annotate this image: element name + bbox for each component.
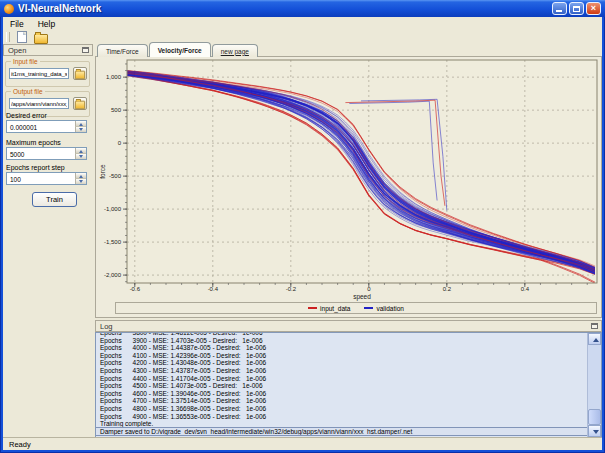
title-bar[interactable]: VI-NeuralNetwork × xyxy=(0,0,605,17)
maximum-epochs-label: Maximum epochs xyxy=(6,139,61,146)
epochs-report-step-spinner[interactable]: 100 xyxy=(6,172,87,185)
app-icon xyxy=(4,4,14,14)
svg-text:-0.4: -0.4 xyxy=(208,286,219,292)
svg-text:-0.6: -0.6 xyxy=(130,286,141,292)
toolbar xyxy=(3,30,602,44)
open-panel-title: Open xyxy=(8,46,26,55)
svg-text:500: 500 xyxy=(111,107,122,113)
epochs-report-step-label: Epochs report step xyxy=(6,164,65,171)
minimize-icon xyxy=(556,10,562,12)
svg-text:0.4: 0.4 xyxy=(521,286,530,292)
log-panel-header: Log xyxy=(95,320,602,332)
svg-text:-1,500: -1,500 xyxy=(104,239,122,245)
scroll-down-icon[interactable] xyxy=(588,425,601,437)
chart-plot: -0.6-0.4-0.200.20.41,0005000-500-1,000-1… xyxy=(96,55,601,301)
log-line[interactable]: Epochs 3900 - MSE: 1.4703e-005 - Desired… xyxy=(96,337,587,345)
log-panel-title: Log xyxy=(100,322,113,331)
input-file-field[interactable] xyxy=(9,68,69,79)
log-line[interactable]: Epochs 4300 - MSE: 1.43787e-005 - Desire… xyxy=(96,367,587,375)
tab-velocity-force[interactable]: Velocity/Force xyxy=(149,42,211,57)
svg-text:-0.2: -0.2 xyxy=(286,286,297,292)
close-button[interactable]: × xyxy=(586,2,601,15)
scroll-up-icon[interactable] xyxy=(588,333,601,345)
output-file-label: Output file xyxy=(11,88,45,95)
input-file-label: Input file xyxy=(11,58,40,65)
svg-text:-2,000: -2,000 xyxy=(104,272,122,278)
new-file-icon xyxy=(17,31,27,43)
maximum-epochs-value: 5000 xyxy=(10,151,24,158)
spin-down-icon[interactable] xyxy=(75,179,86,185)
log-list[interactable]: Epochs 3800 - MSE: 1.4812e-005 - Desired… xyxy=(95,332,602,438)
output-file-field[interactable] xyxy=(9,98,69,109)
app-window: VI-NeuralNetwork × File Help Open Input … xyxy=(0,0,605,453)
legend-label-input-data: input_data xyxy=(320,305,350,312)
maximize-icon xyxy=(573,6,580,12)
input-file-group: Input file xyxy=(5,61,90,87)
input-data-swatch xyxy=(308,307,317,309)
desired-error-spinner[interactable]: 0.000001 xyxy=(6,120,87,133)
log-line[interactable]: Epochs 4900 - MSE: 1.36553e-005 - Desire… xyxy=(96,413,587,421)
tab-new-page[interactable]: new page xyxy=(212,44,258,57)
log-line[interactable]: Epochs 4000 - MSE: 1.44387e-005 - Desire… xyxy=(96,344,587,352)
folder-icon xyxy=(75,71,85,80)
menu-file[interactable]: File xyxy=(3,18,31,30)
window-title: VI-NeuralNetwork xyxy=(18,3,101,14)
float-panel-icon[interactable] xyxy=(82,47,89,53)
spin-down-icon[interactable] xyxy=(75,127,86,133)
minimize-button[interactable] xyxy=(552,2,567,15)
y-axis-label: force xyxy=(99,164,106,179)
input-file-browse-button[interactable] xyxy=(73,67,87,80)
float-log-icon[interactable] xyxy=(591,323,598,329)
legend-label-validation: validation xyxy=(376,305,403,312)
log-line[interactable]: Epochs 4800 - MSE: 1.36698e-005 - Desire… xyxy=(96,405,587,413)
epochs-report-step-value: 100 xyxy=(10,176,21,183)
status-text: Ready xyxy=(9,440,31,449)
svg-text:-1,000: -1,000 xyxy=(104,206,122,212)
tab-bar: Time/Force Velocity/Force new page xyxy=(97,44,258,57)
chart-legend: input_data validation xyxy=(115,302,597,314)
desired-error-value: 0.000001 xyxy=(10,124,37,131)
menu-bar: File Help xyxy=(3,17,602,30)
log-line[interactable]: Damper saved to D:/vigrade_dev/svn_head/… xyxy=(96,428,587,436)
svg-text:1,000: 1,000 xyxy=(106,74,122,80)
scroll-thumb[interactable] xyxy=(588,409,601,425)
log-scrollbar[interactable] xyxy=(587,333,601,437)
validation-swatch xyxy=(364,307,373,309)
new-file-button[interactable] xyxy=(14,31,30,44)
menu-help[interactable]: Help xyxy=(31,18,62,30)
log-line[interactable]: Epochs 4200 - MSE: 1.43048e-005 - Desire… xyxy=(96,359,587,367)
open-panel-header: Open xyxy=(3,44,93,56)
desired-error-label: Desired error xyxy=(6,112,47,119)
spin-down-icon[interactable] xyxy=(75,154,86,160)
maximum-epochs-spinner[interactable]: 5000 xyxy=(6,147,87,160)
status-bar: Ready xyxy=(3,437,602,450)
open-file-button[interactable] xyxy=(33,31,49,44)
tab-time-force[interactable]: Time/Force xyxy=(97,44,148,57)
maximize-button[interactable] xyxy=(569,2,584,15)
train-button[interactable]: Train xyxy=(32,192,77,207)
log-line[interactable]: Epochs 4700 - MSE: 1.37514e-005 - Desire… xyxy=(96,397,587,405)
x-axis-label: speed xyxy=(353,293,371,301)
folder-icon xyxy=(75,101,85,110)
log-line[interactable]: Epochs 4600 - MSE: 1.39046e-005 - Desire… xyxy=(96,390,587,398)
svg-text:0: 0 xyxy=(367,286,371,292)
svg-text:0: 0 xyxy=(118,140,122,146)
output-file-browse-button[interactable] xyxy=(73,97,87,110)
log-line[interactable]: Epochs 4500 - MSE: 1.4073e-005 - Desired… xyxy=(96,382,587,390)
log-line[interactable]: Training complete. xyxy=(96,420,587,428)
legend-entry-validation: validation xyxy=(364,305,403,312)
log-line[interactable]: Epochs 4400 - MSE: 1.41704e-005 - Desire… xyxy=(96,375,587,383)
legend-entry-input-data: input_data xyxy=(308,305,350,312)
svg-text:-500: -500 xyxy=(109,173,122,179)
open-folder-icon xyxy=(34,34,48,44)
toolbar-grip[interactable] xyxy=(6,32,10,42)
svg-text:0.2: 0.2 xyxy=(443,286,452,292)
log-line[interactable]: Epochs 4100 - MSE: 1.42396e-005 - Desire… xyxy=(96,352,587,360)
